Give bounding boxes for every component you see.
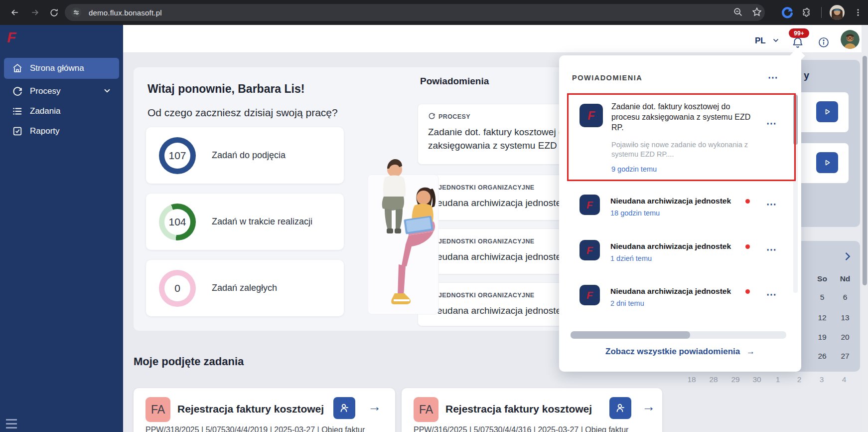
dropdown-item-description: Pojawiło się nowe zadanie do wykonania z… — [611, 140, 761, 159]
dropdown-scrollbar-thumb[interactable] — [793, 95, 798, 145]
zoom-page-icon[interactable] — [732, 6, 743, 19]
calendar-day[interactable]: 27 — [836, 352, 854, 361]
language-selector[interactable]: PL — [755, 36, 780, 46]
calendar-day[interactable]: 30 — [748, 375, 766, 384]
calendar-day[interactable]: 6 — [836, 293, 854, 302]
sidebar-collapse-icon[interactable] — [6, 419, 17, 429]
page-scrollbar-thumb[interactable] — [863, 56, 867, 285]
claim-task-button[interactable] — [333, 397, 355, 419]
toolbar-divider — [821, 7, 822, 18]
sidebar-item-reports[interactable]: Raporty — [4, 121, 119, 142]
sidebar-item-home[interactable]: Strona główna — [4, 58, 119, 79]
calendar-next-month-icon[interactable] — [842, 251, 853, 264]
chevron-down-icon[interactable] — [103, 86, 112, 98]
dropdown-item-time[interactable]: 9 godzin temu — [611, 165, 657, 173]
more-options-icon[interactable]: ⋯ — [766, 120, 776, 127]
favorites-title-fragment: y — [804, 70, 809, 81]
stat-value: 104 — [164, 209, 190, 235]
stat-value: 0 — [164, 275, 190, 301]
notification-category: PROCESY — [438, 113, 470, 120]
calendar-day[interactable]: 5 — [813, 293, 831, 302]
task-title: Rejestracja faktury kosztowej — [177, 403, 324, 415]
calendar-day[interactable]: 13 — [836, 313, 854, 322]
arrow-right-icon: → — [746, 347, 755, 356]
start-process-button[interactable] — [816, 101, 838, 122]
extension-app-icon[interactable] — [780, 5, 794, 19]
calendar-day[interactable]: 2 — [790, 375, 808, 384]
task-meta: PPW/316/2025 | 5/07530/4/4/316 | 2025-03… — [414, 426, 628, 432]
open-task-arrow[interactable]: → — [368, 399, 381, 415]
calendar-day[interactable]: 4 — [835, 375, 853, 384]
info-icon[interactable] — [818, 36, 830, 50]
dropdown-hscrollbar-thumb[interactable] — [571, 331, 690, 339]
bookmark-star-icon[interactable] — [751, 6, 762, 19]
dropdown-item-title[interactable]: Nieudana archiwizacja jednostek — [610, 242, 731, 251]
list-icon — [12, 106, 23, 117]
app-icon: F — [579, 240, 600, 260]
unread-dot — [745, 289, 750, 294]
task-card[interactable]: FA Rejestracja faktury kosztowej → PPW/3… — [402, 388, 662, 432]
browser-menu-icon[interactable] — [851, 5, 865, 19]
dropdown-item-time[interactable]: 2 dni temu — [610, 299, 644, 307]
stat-label: Zadań w trakcie realizacji — [212, 216, 312, 227]
calendar-day[interactable]: 29 — [726, 375, 744, 384]
calendar-day[interactable]: 20 — [836, 333, 854, 342]
donut-ring: 0 — [159, 270, 196, 307]
application-window: demo.flux.bonasoft.pl F Str — [0, 0, 868, 432]
calendar-day[interactable]: 28 — [705, 375, 723, 384]
calendar-day[interactable]: 19 — [813, 333, 831, 342]
stat-card-todo[interactable]: 107 Zadań do podjęcia — [146, 127, 344, 184]
start-process-button[interactable] — [816, 152, 838, 173]
home-icon — [12, 63, 23, 74]
more-options-icon[interactable]: ⋯ — [768, 74, 778, 81]
illustration — [349, 159, 451, 323]
more-options-icon[interactable]: ⋯ — [766, 291, 776, 298]
browser-reload-icon[interactable] — [47, 5, 61, 19]
donut-ring: 107 — [159, 137, 196, 174]
unread-dot — [745, 199, 750, 204]
donut-ring: 104 — [159, 204, 196, 240]
sidebar: F Strona główna Procesy Zadania — [0, 25, 123, 432]
browser-back-icon[interactable] — [8, 5, 22, 19]
more-options-icon[interactable]: ⋯ — [766, 201, 776, 208]
browser-profile-avatar[interactable] — [830, 5, 845, 22]
language-label: PL — [755, 36, 765, 45]
notification-category: JEDNOSTKI ORGANIZACYJNE — [438, 292, 535, 299]
calendar-day[interactable]: 1 — [769, 375, 787, 384]
browser-forward-icon[interactable] — [28, 5, 42, 19]
user-avatar[interactable] — [840, 29, 860, 51]
sidebar-item-tasks[interactable]: Zadania — [4, 101, 119, 122]
claim-task-button[interactable] — [609, 397, 631, 419]
check-square-icon — [12, 126, 23, 137]
unread-dot — [745, 244, 750, 249]
notification-category: JEDNOSTKI ORGANIZACYJNE — [438, 184, 535, 191]
dropdown-item-time[interactable]: 18 godzin temu — [610, 209, 660, 217]
notifications-panel-title: Powiadomienia — [420, 76, 489, 87]
dropdown-item-title[interactable]: Nieudana archiwizacja jednostek — [610, 287, 731, 296]
app-icon: F — [579, 195, 600, 215]
see-all-notifications-link[interactable]: Zobacz wszystkie powiadomienia → — [559, 347, 801, 357]
stat-card-inprogress[interactable]: 104 Zadań w trakcie realizacji — [146, 194, 344, 250]
notification-category: JEDNOSTKI ORGANIZACYJNE — [438, 238, 535, 245]
calendar-day[interactable]: 12 — [813, 313, 831, 322]
task-meta: PPW/318/2025 | 5/07530/4/4/2019 | 2025-0… — [145, 426, 365, 432]
app-logo[interactable]: F — [7, 29, 16, 46]
extensions-puzzle-icon[interactable] — [799, 5, 813, 19]
calendar-day[interactable]: 26 — [813, 352, 831, 361]
address-bar[interactable]: demo.flux.bonasoft.pl — [65, 4, 765, 21]
dropdown-item-title[interactable]: Nieudana archiwizacja jednostek — [610, 197, 731, 206]
dropdown-item-time[interactable]: 1 dzień temu — [610, 254, 652, 262]
notifications-badge: 99+ — [789, 28, 809, 38]
dropdown-item-title[interactable]: Zadanie dot. faktury kosztowej do proces… — [611, 101, 753, 133]
url-text[interactable]: demo.flux.bonasoft.pl — [89, 8, 162, 17]
sidebar-item-processes[interactable]: Procesy — [4, 81, 119, 102]
open-task-arrow[interactable]: → — [642, 399, 655, 415]
calendar-day[interactable]: 3 — [813, 375, 831, 384]
task-type-badge: FA — [145, 397, 170, 422]
stat-card-overdue[interactable]: 0 Zadań zaległych — [146, 260, 344, 316]
sidebar-item-label: Zadania — [30, 106, 60, 116]
more-options-icon[interactable]: ⋯ — [766, 246, 776, 253]
task-card[interactable]: FA Rejestracja faktury kosztowej → PPW/3… — [134, 388, 395, 432]
calendar-day-header: So — [813, 274, 831, 283]
site-info-icon[interactable] — [71, 7, 82, 18]
